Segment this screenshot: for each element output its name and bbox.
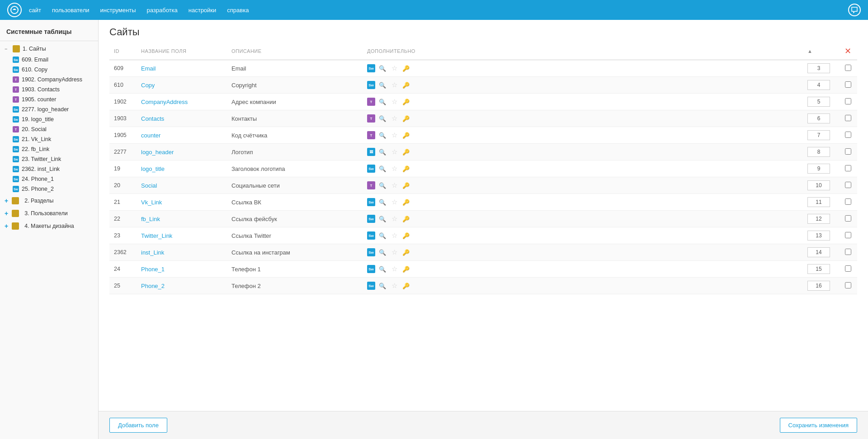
field-type-indicator[interactable]: Sw [367, 215, 375, 223]
star-icon[interactable]: ☆ [390, 114, 399, 123]
field-name-link[interactable]: Phone_1 [141, 266, 165, 273]
star-icon[interactable]: ☆ [390, 214, 399, 223]
app-logo[interactable] [7, 3, 22, 17]
key-icon[interactable]: 🔑 [401, 147, 410, 156]
search-icon[interactable]: 🔍 [378, 198, 387, 207]
key-icon[interactable]: 🔑 [401, 114, 410, 123]
field-name-link[interactable]: Copy [141, 82, 155, 89]
row-select-checkbox[interactable] [845, 98, 851, 104]
sidebar-item-23[interactable]: Sw23. Twitter_Link [0, 154, 98, 164]
order-input[interactable] [807, 180, 830, 190]
row-select-checkbox[interactable] [845, 198, 851, 205]
field-type-indicator[interactable]: Sw [367, 81, 375, 89]
chat-button[interactable] [848, 4, 861, 16]
key-icon[interactable]: 🔑 [401, 80, 410, 90]
search-icon[interactable]: 🔍 [378, 231, 387, 240]
key-icon[interactable]: 🔑 [401, 64, 410, 73]
field-type-indicator[interactable]: Sw [367, 198, 375, 206]
nav-item-пользователи[interactable]: пользователи [52, 5, 90, 15]
star-icon[interactable]: ☆ [390, 131, 399, 140]
star-icon[interactable]: ☆ [390, 248, 399, 257]
row-select-checkbox[interactable] [845, 232, 851, 238]
sidebar-item-609[interactable]: Sw609. Email [0, 55, 98, 65]
save-changes-button[interactable]: Сохранить изменения [780, 418, 858, 433]
key-icon[interactable]: 🔑 [401, 164, 410, 173]
col-header-order[interactable]: ▲ [803, 42, 839, 60]
sidebar-item-1905[interactable]: T1905. counter [0, 94, 98, 104]
sidebar-item-20[interactable]: T20. Social [0, 124, 98, 134]
nav-item-справка[interactable]: справка [227, 5, 249, 15]
search-icon[interactable]: 🔍 [378, 264, 387, 274]
field-type-indicator[interactable]: Sw [367, 165, 375, 173]
sidebar-item-24[interactable]: Sw24. Phone_1 [0, 174, 98, 184]
search-icon[interactable]: 🔍 [378, 97, 387, 106]
field-type-indicator[interactable]: Sw [367, 282, 375, 290]
key-icon[interactable]: 🔑 [401, 97, 410, 106]
field-type-indicator[interactable]: Sw [367, 64, 375, 72]
field-type-indicator[interactable]: Sw [367, 248, 375, 256]
star-icon[interactable]: ☆ [390, 181, 399, 190]
field-name-link[interactable]: inst_Link [141, 249, 164, 256]
order-input[interactable] [807, 197, 830, 207]
star-icon[interactable]: ☆ [390, 164, 399, 173]
search-icon[interactable]: 🔍 [378, 80, 387, 90]
search-icon[interactable]: 🔍 [378, 131, 387, 140]
row-select-checkbox[interactable] [845, 65, 851, 71]
sidebar-group-header-layouts[interactable]: +4. Макеты дизайна [0, 220, 98, 232]
sidebar-item-2277[interactable]: Sw2277. logo_header [0, 104, 98, 114]
order-input[interactable] [807, 247, 830, 257]
sidebar-item-19[interactable]: Sw19. logo_title [0, 114, 98, 124]
star-icon[interactable]: ☆ [390, 64, 399, 73]
field-name-link[interactable]: Email [141, 65, 156, 72]
star-icon[interactable]: ☆ [390, 147, 399, 156]
sidebar-group-header-sections[interactable]: +2. Разделы [0, 195, 98, 207]
field-name-link[interactable]: Vk_Link [141, 199, 162, 206]
field-type-indicator[interactable]: T [367, 181, 375, 189]
search-icon[interactable]: 🔍 [378, 181, 387, 190]
sidebar-item-21[interactable]: Sw21. Vk_Link [0, 134, 98, 144]
search-icon[interactable]: 🔍 [378, 164, 387, 173]
key-icon[interactable]: 🔑 [401, 181, 410, 190]
delete-all-icon[interactable]: ✕ [844, 47, 852, 56]
search-icon[interactable]: 🔍 [378, 248, 387, 257]
key-icon[interactable]: 🔑 [401, 214, 410, 223]
search-icon[interactable]: 🔍 [378, 281, 387, 290]
row-select-checkbox[interactable] [845, 165, 851, 171]
row-select-checkbox[interactable] [845, 265, 851, 272]
key-icon[interactable]: 🔑 [401, 264, 410, 274]
nav-item-настройки[interactable]: настройки [189, 5, 217, 15]
row-select-checkbox[interactable] [845, 148, 851, 155]
star-icon[interactable]: ☆ [390, 97, 399, 106]
field-type-indicator[interactable]: 🖼 [367, 148, 375, 156]
search-icon[interactable]: 🔍 [378, 114, 387, 123]
field-type-indicator[interactable]: Sw [367, 231, 375, 240]
order-input[interactable] [807, 281, 830, 291]
key-icon[interactable]: 🔑 [401, 231, 410, 240]
nav-item-инструменты[interactable]: инструменты [100, 5, 136, 15]
order-input[interactable] [807, 214, 830, 224]
field-type-indicator[interactable]: Sw [367, 265, 375, 273]
row-select-checkbox[interactable] [845, 215, 851, 222]
nav-item-разработка[interactable]: разработка [146, 5, 177, 15]
sidebar-item-1902[interactable]: T1902. CompanyAddress [0, 75, 98, 85]
order-input[interactable] [807, 130, 830, 140]
sort-icon[interactable]: ▲ [807, 48, 812, 54]
field-name-link[interactable]: logo_header [141, 149, 174, 156]
sidebar-item-2362[interactable]: Sw2362. inst_Link [0, 164, 98, 174]
row-select-checkbox[interactable] [845, 282, 851, 288]
row-select-checkbox[interactable] [845, 115, 851, 121]
search-icon[interactable]: 🔍 [378, 214, 387, 223]
search-icon[interactable]: 🔍 [378, 64, 387, 73]
row-select-checkbox[interactable] [845, 132, 851, 138]
key-icon[interactable]: 🔑 [401, 248, 410, 257]
star-icon[interactable]: ☆ [390, 231, 399, 240]
field-name-link[interactable]: Phone_2 [141, 283, 165, 289]
order-input[interactable] [807, 80, 830, 90]
sidebar-item-1903[interactable]: T1903. Contacts [0, 85, 98, 94]
star-icon[interactable]: ☆ [390, 281, 399, 290]
star-icon[interactable]: ☆ [390, 198, 399, 207]
order-input[interactable] [807, 63, 830, 73]
field-name-link[interactable]: logo_title [141, 165, 165, 172]
field-type-indicator[interactable]: T [367, 131, 375, 139]
add-field-button[interactable]: Добавить поле [109, 418, 167, 433]
